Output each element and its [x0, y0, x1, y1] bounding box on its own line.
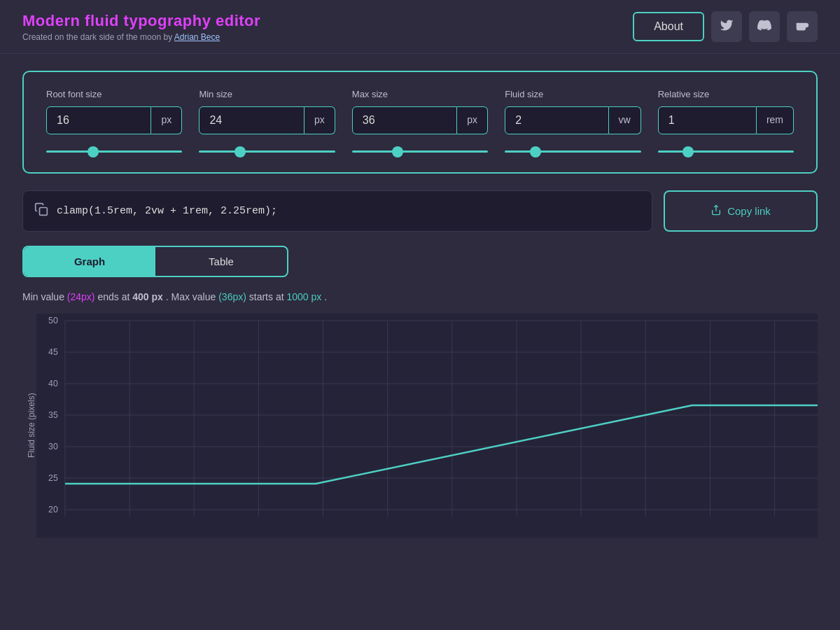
- max-size-slider[interactable]: [352, 150, 488, 153]
- info-text: Min value (24px) ends at 400 px . Max va…: [22, 291, 818, 302]
- min-viewport: 400 px: [132, 291, 163, 302]
- copy-link-button[interactable]: Copy link: [664, 190, 818, 232]
- twitter-icon: [720, 18, 734, 36]
- discord-button[interactable]: [749, 11, 780, 42]
- chart-svg: 50 45 40 35 30 25 20: [36, 314, 818, 538]
- header-left: Modern fluid typography editor Created o…: [22, 12, 260, 42]
- svg-text:45: 45: [48, 347, 58, 357]
- copy-icon: [34, 205, 48, 219]
- root-font-size-input-row: px: [46, 106, 182, 134]
- root-font-size-unit: px: [151, 106, 182, 134]
- relative-size-input-row: rem: [658, 106, 794, 134]
- fluid-size-label: Fluid size: [505, 89, 640, 99]
- tab-table[interactable]: Table: [155, 247, 287, 276]
- svg-text:25: 25: [48, 473, 58, 483]
- max-viewport: 1000 px: [286, 291, 321, 302]
- root-font-size-input[interactable]: [46, 106, 151, 134]
- fluid-size-unit: vw: [609, 106, 641, 134]
- coffee-icon: [795, 18, 809, 36]
- discord-icon: [757, 18, 771, 36]
- max-size-group: Max size px: [352, 89, 488, 155]
- svg-text:30: 30: [48, 442, 58, 451]
- y-axis-label: Fluid size (pixels): [22, 314, 36, 538]
- chart-container: Fluid size (pixels): [22, 314, 818, 538]
- share-icon: [710, 204, 722, 218]
- min-size-group: Min size px: [199, 89, 335, 155]
- starts-at-label: starts at: [249, 291, 287, 302]
- copy-link-label: Copy link: [727, 205, 771, 217]
- clamp-value: clamp(1.5rem, 2vw + 1rem, 2.25rem);: [57, 205, 277, 217]
- fluid-size-slider[interactable]: [505, 150, 640, 153]
- about-button[interactable]: About: [633, 12, 704, 41]
- tab-graph[interactable]: Graph: [24, 247, 155, 276]
- max-size-unit: px: [457, 106, 488, 134]
- output-row: clamp(1.5rem, 2vw + 1rem, 2.25rem); Copy…: [22, 190, 818, 232]
- max-size-input-row: px: [352, 106, 488, 134]
- svg-text:35: 35: [48, 410, 58, 420]
- svg-text:40: 40: [48, 379, 58, 388]
- clamp-display: clamp(1.5rem, 2vw + 1rem, 2.25rem);: [22, 190, 652, 232]
- fluid-size-input-row: vw: [505, 106, 640, 134]
- author-link[interactable]: Adrian Bece: [174, 32, 220, 42]
- main-content: Root font size px Min size px Max size p…: [0, 54, 840, 554]
- relative-size-slider[interactable]: [658, 150, 794, 153]
- root-font-size-group: Root font size px: [46, 89, 182, 155]
- relative-size-group: Relative size rem: [658, 89, 794, 155]
- min-size-label: Min size: [199, 89, 335, 99]
- svg-text:20: 20: [48, 505, 58, 514]
- fluid-size-group: Fluid size vw: [505, 89, 640, 155]
- min-size-unit: px: [304, 106, 335, 134]
- svg-rect-0: [40, 208, 48, 216]
- min-size-input-row: px: [199, 106, 335, 134]
- controls-card: Root font size px Min size px Max size p…: [22, 71, 818, 174]
- app-title: Modern fluid typography editor: [22, 12, 260, 30]
- header-right: About: [633, 11, 818, 42]
- root-font-size-label: Root font size: [46, 89, 182, 99]
- app-subtitle: Created on the dark side of the moon by …: [22, 32, 260, 42]
- min-size-input[interactable]: [199, 106, 304, 134]
- tabs: Graph Table: [22, 246, 288, 277]
- root-font-size-slider[interactable]: [46, 150, 182, 153]
- max-px-value: (36px): [218, 291, 246, 302]
- min-px-value: (24px): [67, 291, 95, 302]
- relative-size-label: Relative size: [658, 89, 794, 99]
- svg-text:50: 50: [48, 316, 58, 326]
- svg-rect-2: [36, 314, 818, 538]
- min-size-slider[interactable]: [199, 150, 335, 153]
- max-size-input[interactable]: [352, 106, 457, 134]
- chart-inner: 50 45 40 35 30 25 20: [36, 314, 818, 538]
- relative-size-unit: rem: [757, 106, 794, 134]
- fluid-size-input[interactable]: [505, 106, 608, 134]
- min-value-label: Min value: [22, 291, 67, 302]
- coffee-button[interactable]: [787, 11, 818, 42]
- max-value-label: Max value: [171, 291, 218, 302]
- header: Modern fluid typography editor Created o…: [0, 0, 840, 54]
- ends-at-label: ends at: [97, 291, 132, 302]
- copy-clamp-button[interactable]: [34, 191, 48, 231]
- max-size-label: Max size: [352, 89, 488, 99]
- relative-size-input[interactable]: [658, 106, 757, 134]
- twitter-button[interactable]: [711, 11, 742, 42]
